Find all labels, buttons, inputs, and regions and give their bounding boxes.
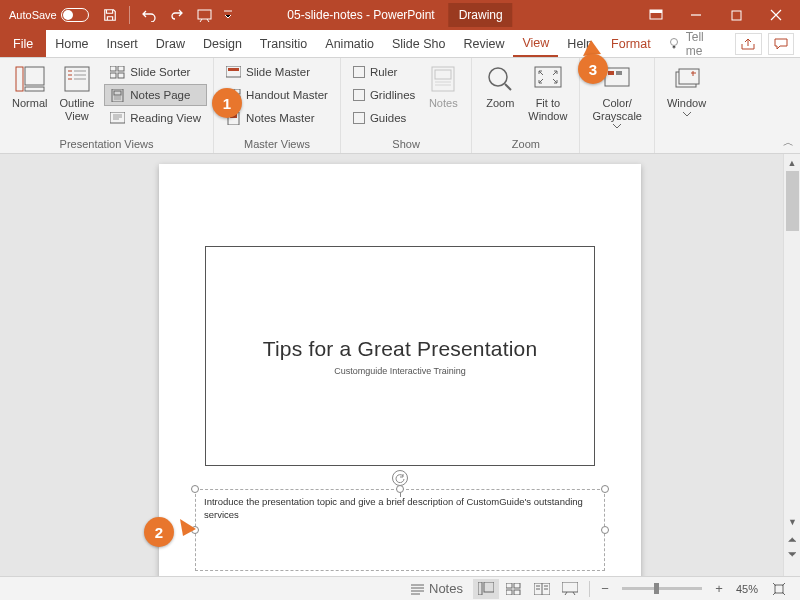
svg-rect-25: [435, 70, 451, 79]
tab-slideshow[interactable]: Slide Sho: [383, 30, 455, 57]
svg-rect-14: [114, 91, 121, 95]
tab-draw[interactable]: Draw: [147, 30, 194, 57]
comments-button[interactable]: [768, 33, 794, 55]
outline-view-button[interactable]: Outline View: [53, 61, 100, 136]
svg-point-26: [489, 68, 507, 86]
tab-home[interactable]: Home: [46, 30, 97, 57]
zoom-button[interactable]: Zoom: [478, 61, 522, 136]
notes-page: Tips for a Great Presentation Customguid…: [159, 164, 641, 576]
checkbox-icon: [353, 89, 365, 101]
rotation-handle-icon[interactable]: [392, 470, 408, 486]
svg-rect-3: [732, 11, 741, 20]
callout-2-pointer: [180, 509, 200, 537]
selection-handle[interactable]: [396, 485, 404, 493]
context-tab-label: Drawing: [449, 3, 513, 27]
tell-me-search[interactable]: Tell me: [660, 30, 730, 58]
svg-rect-30: [616, 71, 622, 75]
next-slide-icon[interactable]: ⏷: [784, 546, 800, 561]
svg-rect-5: [16, 67, 23, 91]
svg-rect-33: [478, 582, 482, 595]
ribbon-display-icon[interactable]: [636, 0, 676, 30]
slide-master-icon: [226, 66, 241, 79]
autosave-switch-icon: [61, 8, 89, 22]
autosave-label: AutoSave: [9, 9, 57, 21]
notes-status-icon: [411, 583, 424, 595]
tab-design[interactable]: Design: [194, 30, 251, 57]
svg-rect-17: [228, 68, 239, 71]
undo-icon[interactable]: [137, 3, 161, 27]
share-button[interactable]: [735, 33, 761, 55]
ruler-checkbox[interactable]: Ruler: [347, 61, 421, 83]
group-presentation-views: Normal Outline View Slide Sorter Notes P…: [0, 58, 214, 153]
scroll-up-icon[interactable]: ▲: [784, 154, 800, 171]
window-button[interactable]: Window: [661, 61, 712, 136]
notes-page-button[interactable]: Notes Page: [104, 84, 207, 106]
notes-toggle[interactable]: Notes: [403, 579, 471, 599]
slide-sorter-button[interactable]: Slide Sorter: [104, 61, 207, 83]
selection-handle[interactable]: [601, 485, 609, 493]
autosave-toggle[interactable]: AutoSave: [4, 8, 94, 22]
editing-canvas[interactable]: Tips for a Great Presentation Customguid…: [0, 154, 800, 576]
svg-rect-0: [198, 10, 211, 19]
tab-file[interactable]: File: [0, 30, 46, 57]
prev-slide-icon[interactable]: ⏶: [784, 531, 800, 546]
normal-view-icon: [14, 63, 46, 95]
callout-3: 3: [578, 54, 608, 84]
notes-icon: [427, 63, 459, 95]
tab-animations[interactable]: Animatio: [316, 30, 383, 57]
svg-rect-32: [679, 69, 699, 84]
notes-button[interactable]: Notes: [421, 61, 465, 136]
vertical-scrollbar[interactable]: ▲ ▼ ⏶ ⏷: [783, 154, 800, 576]
svg-rect-16: [226, 66, 241, 77]
fit-to-window-status-button[interactable]: [766, 579, 792, 599]
slide-master-button[interactable]: Slide Master: [220, 61, 334, 83]
slide-thumbnail[interactable]: Tips for a Great Presentation Customguid…: [205, 246, 595, 466]
svg-rect-9: [110, 66, 116, 71]
svg-rect-12: [118, 73, 124, 78]
outline-view-icon: [61, 63, 93, 95]
svg-rect-6: [25, 67, 44, 85]
scroll-thumb[interactable]: [786, 171, 799, 231]
svg-rect-35: [506, 583, 512, 588]
svg-rect-2: [650, 10, 662, 13]
normal-view-button[interactable]: Normal: [6, 61, 53, 136]
zoom-slider[interactable]: [622, 587, 702, 590]
selection-handle[interactable]: [601, 526, 609, 534]
qat-customize-icon[interactable]: [221, 3, 235, 27]
zoom-level[interactable]: 45%: [730, 583, 764, 595]
maximize-icon[interactable]: [716, 0, 756, 30]
zoom-out-button[interactable]: −: [596, 579, 614, 599]
zoom-in-button[interactable]: +: [710, 579, 728, 599]
fit-to-window-button[interactable]: Fit to Window: [522, 61, 573, 136]
tab-insert[interactable]: Insert: [98, 30, 147, 57]
selection-handle[interactable]: [191, 485, 199, 493]
normal-view-status-button[interactable]: [473, 579, 499, 599]
checkbox-icon: [353, 66, 365, 78]
slide-subtitle: Customguide Interactive Training: [334, 366, 466, 376]
minimize-icon[interactable]: [676, 0, 716, 30]
reading-view-status-button[interactable]: [529, 579, 555, 599]
gridlines-checkbox[interactable]: Gridlines: [347, 84, 421, 106]
collapse-ribbon-icon[interactable]: ︿: [783, 135, 794, 150]
tab-transitions[interactable]: Transitio: [251, 30, 316, 57]
group-window: Window: [655, 58, 718, 153]
svg-rect-29: [608, 71, 614, 75]
scroll-down-icon[interactable]: ▼: [784, 514, 800, 529]
callout-2: 2: [144, 517, 174, 547]
tab-review[interactable]: Review: [454, 30, 513, 57]
redo-icon[interactable]: [165, 3, 189, 27]
close-icon[interactable]: [756, 0, 796, 30]
group-show: Ruler Gridlines Guides Notes Show: [341, 58, 472, 153]
ribbon-tabs: File Home Insert Draw Design Transitio A…: [0, 30, 800, 58]
svg-point-4: [670, 38, 677, 45]
tab-format[interactable]: Format: [602, 30, 660, 57]
reading-view-button[interactable]: Reading View: [104, 107, 207, 129]
guides-checkbox[interactable]: Guides: [347, 107, 421, 129]
notes-textbox[interactable]: Introduce the presentation topic and giv…: [195, 489, 605, 571]
slide-sorter-status-button[interactable]: [501, 579, 527, 599]
save-icon[interactable]: [98, 3, 122, 27]
start-slideshow-icon[interactable]: [193, 3, 217, 27]
tab-view[interactable]: View: [513, 30, 558, 57]
slideshow-status-button[interactable]: [557, 579, 583, 599]
title-bar: AutoSave 05-slide-notes - PowerPoint Dra…: [0, 0, 800, 30]
